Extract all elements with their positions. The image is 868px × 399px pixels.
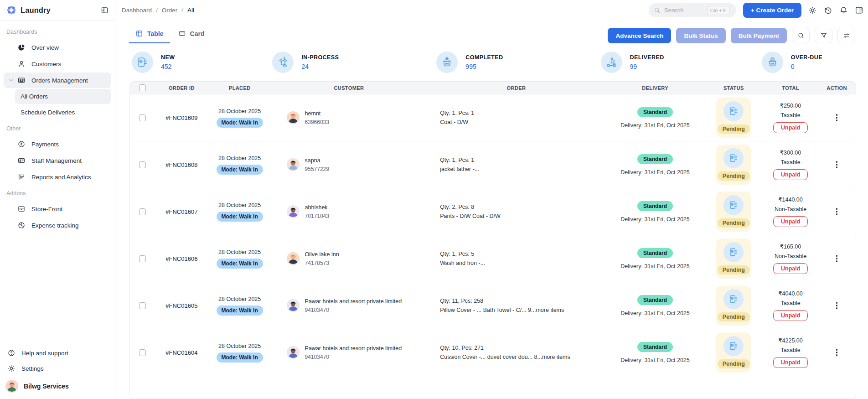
- sidebar-item-customers[interactable]: Customers: [4, 56, 111, 72]
- search-field[interactable]: [664, 7, 703, 14]
- order-id: #FNC01607: [165, 208, 197, 215]
- row-checkbox[interactable]: [139, 302, 146, 309]
- expense-pie-icon: [17, 221, 26, 229]
- right-panel-toggle-icon[interactable]: [855, 6, 863, 15]
- sidebar-item-schedule-deliveries[interactable]: Schedule Deliveries: [15, 105, 111, 120]
- column-order[interactable]: ORDER: [426, 85, 606, 91]
- placed-date: 28 October 2025: [218, 202, 261, 208]
- history-icon[interactable]: [824, 6, 832, 15]
- order-qty: Qty: 1, Pcs: 1: [440, 109, 474, 118]
- column-delivery[interactable]: DELIVERY: [606, 85, 704, 91]
- payment-status-button[interactable]: Unpaid: [773, 357, 808, 368]
- app-logo-icon: [6, 5, 16, 15]
- column-action[interactable]: ACTION: [818, 85, 856, 91]
- customer-phone: 70171043: [305, 213, 329, 219]
- order-qty: Qty: 1, Pcs: 5: [440, 249, 474, 259]
- column-order-id[interactable]: ORDER ID: [155, 85, 208, 91]
- sidebar: Laundry Dashboards Over view Customers: [0, 0, 115, 399]
- customer-avatar: [287, 346, 300, 359]
- tab-table[interactable]: Table: [129, 28, 170, 43]
- bulk-status-button[interactable]: Bulk Status: [676, 28, 725, 43]
- user-avatar: [5, 380, 18, 393]
- table-search-button[interactable]: [792, 28, 810, 43]
- customer-name[interactable]: abhishek: [305, 204, 329, 211]
- settings-icon: [7, 364, 16, 373]
- payment-status-button[interactable]: Unpaid: [773, 122, 808, 133]
- storefront-icon: [17, 205, 26, 213]
- payment-status-button[interactable]: Unpaid: [773, 310, 808, 321]
- delivery-date: Delivery: 31st Fri, Oct 2025: [620, 310, 689, 316]
- breadcrumb-current: All: [187, 7, 194, 14]
- stat-card-completed[interactable]: COMPLETED 995: [436, 52, 503, 73]
- delivery-type-badge: Standard: [637, 342, 673, 352]
- order-items: Wash and Iron -...: [440, 259, 485, 268]
- column-placed[interactable]: PLACED: [208, 85, 272, 91]
- search-input[interactable]: Ctrl + F: [649, 3, 736, 17]
- customer-name[interactable]: Pawar hotels and resort private limited: [305, 298, 402, 305]
- customer-name[interactable]: sapna: [305, 157, 329, 164]
- payment-status-button[interactable]: Unpaid: [773, 263, 808, 274]
- theme-toggle-icon[interactable]: [808, 6, 817, 15]
- sidebar-item-payments[interactable]: Payments: [4, 136, 111, 152]
- sidebar-item-settings[interactable]: Settings: [5, 361, 110, 376]
- customer-avatar: [287, 252, 300, 265]
- row-actions-menu[interactable]: [834, 300, 840, 311]
- chevron-down-icon: [8, 78, 14, 83]
- sidebar-collapse-icon[interactable]: [101, 6, 108, 14]
- breadcrumb: Dashboard / Order / All: [122, 7, 194, 14]
- customer-name[interactable]: hemnt: [305, 110, 329, 117]
- stat-card-delivered[interactable]: DELIVERED 99: [601, 52, 664, 73]
- tax-label: Non-Taxable: [775, 206, 806, 212]
- tax-label: Taxable: [781, 112, 801, 119]
- stat-card-new[interactable]: NEW 452: [132, 52, 175, 73]
- filter-button[interactable]: [815, 28, 832, 43]
- select-all-checkbox[interactable]: [139, 84, 146, 91]
- row-actions-menu[interactable]: [834, 206, 840, 217]
- stat-card-over-due[interactable]: OVER-DUE 0: [762, 52, 822, 73]
- sidebar-item-storefront[interactable]: Store-Front: [4, 201, 111, 217]
- customer-phone: 95577229: [305, 166, 329, 172]
- breadcrumb-order[interactable]: Order: [162, 7, 178, 14]
- sidebar-item-expense-tracking[interactable]: Expense tracking: [4, 218, 111, 233]
- sidebar-item-all-orders[interactable]: All Orders: [15, 89, 111, 104]
- row-checkbox[interactable]: [139, 208, 146, 215]
- row-actions-menu[interactable]: [834, 159, 840, 170]
- row-checkbox[interactable]: [139, 114, 146, 121]
- column-status[interactable]: STATUS: [704, 85, 763, 91]
- advance-search-button[interactable]: Advance Search: [608, 28, 671, 43]
- sidebar-item-help[interactable]: Help and support: [5, 345, 110, 361]
- search-shortcut-badge: Ctrl + F: [707, 6, 729, 15]
- row-checkbox[interactable]: [139, 349, 146, 356]
- customer-name[interactable]: Pawar hotels and resort private limited: [305, 345, 402, 352]
- sidebar-item-orders-management[interactable]: Orders Management: [4, 73, 111, 88]
- status-badge: Pending: [718, 265, 750, 275]
- status-badge: Pending: [718, 359, 750, 368]
- bulk-payment-button[interactable]: Bulk Payment: [731, 28, 787, 43]
- placed-date: 28 October 2025: [218, 296, 261, 302]
- payment-status-button[interactable]: Unpaid: [773, 216, 808, 227]
- row-actions-menu[interactable]: [834, 253, 840, 264]
- row-actions-menu[interactable]: [834, 347, 840, 358]
- customer-name[interactable]: Olive lake inn: [305, 251, 339, 258]
- sidebar-item-reports[interactable]: Reports and Analytics: [4, 169, 111, 185]
- sidebar-user[interactable]: Bilwg Services: [5, 376, 110, 394]
- breadcrumb-dashboard[interactable]: Dashboard: [122, 7, 152, 14]
- notifications-bell-icon[interactable]: [839, 6, 848, 15]
- stat-card-in-process[interactable]: IN-PROCESS 24: [272, 52, 339, 73]
- sidebar-item-staff-management[interactable]: Staff Management: [4, 153, 111, 168]
- row-checkbox[interactable]: [139, 255, 146, 262]
- view-toolbar: Table Card Advance Search Bulk Status Bu…: [115, 21, 868, 46]
- order-status-icon: [723, 195, 744, 215]
- order-items: Pants - D/W Coat - D/W: [440, 212, 501, 221]
- column-settings-button[interactable]: [837, 28, 855, 43]
- tab-card[interactable]: Card: [172, 28, 211, 43]
- column-customer[interactable]: CUSTOMER: [272, 85, 427, 91]
- order-id: #FNC01609: [165, 114, 197, 121]
- tax-label: Taxable: [781, 347, 801, 353]
- row-actions-menu[interactable]: [834, 112, 840, 123]
- row-checkbox[interactable]: [139, 161, 146, 168]
- sidebar-item-overview[interactable]: Over view: [4, 40, 111, 55]
- column-total[interactable]: TOTAL: [763, 85, 818, 91]
- create-order-button[interactable]: + Create Order: [743, 3, 801, 18]
- payment-status-button[interactable]: Unpaid: [773, 169, 808, 180]
